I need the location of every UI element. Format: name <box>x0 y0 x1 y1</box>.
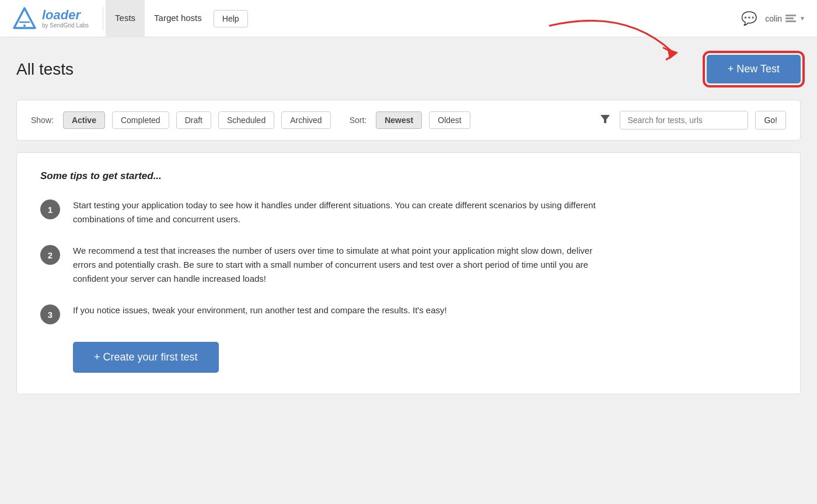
user-name: colin <box>765 14 782 23</box>
filter-archived[interactable]: Archived <box>281 111 330 129</box>
navbar-right: 💬 colin ▼ <box>741 11 805 26</box>
nav-items: Tests Target hosts Help <box>106 0 741 37</box>
navbar: loader by SendGrid Labs Tests Target hos… <box>0 0 817 37</box>
show-label: Show: <box>31 116 54 125</box>
page-header: All tests + New Test <box>16 55 801 83</box>
tips-title: Some tips to get started... <box>40 170 777 182</box>
user-info: colin ▼ <box>765 14 805 23</box>
tip-text-3: If you notice issues, tweak your environ… <box>73 303 447 317</box>
filter-scheduled[interactable]: Scheduled <box>218 111 274 129</box>
tip-number-2: 2 <box>40 245 60 265</box>
funnel-icon[interactable] <box>600 114 610 127</box>
filter-completed[interactable]: Completed <box>112 111 169 129</box>
bar-2 <box>785 18 794 19</box>
logo-icon <box>12 6 37 32</box>
user-bars <box>785 15 796 22</box>
dropdown-arrow-icon[interactable]: ▼ <box>799 15 805 22</box>
tip-text-1: Start testing your application today to … <box>73 198 598 226</box>
logo[interactable]: loader by SendGrid Labs <box>12 6 89 32</box>
sort-oldest[interactable]: Oldest <box>429 111 470 129</box>
new-test-button[interactable]: + New Test <box>707 55 801 83</box>
go-button[interactable]: Go! <box>755 111 786 130</box>
tip-number-1: 1 <box>40 200 60 219</box>
filter-active[interactable]: Active <box>63 111 105 129</box>
tip-text-2: We recommend a test that increases the n… <box>73 244 598 286</box>
sort-newest[interactable]: Newest <box>376 111 422 129</box>
filter-draft[interactable]: Draft <box>176 111 211 129</box>
svg-marker-4 <box>600 115 610 123</box>
tip-number-3: 3 <box>40 304 60 324</box>
main-content: All tests + New Test Show: Active Comple… <box>0 37 817 412</box>
logo-sub: by SendGrid Labs <box>42 22 89 29</box>
tips-card: Some tips to get started... 1 Start test… <box>16 152 801 394</box>
svg-marker-3 <box>664 48 678 61</box>
page-title: All tests <box>16 60 74 79</box>
chat-icon[interactable]: 💬 <box>741 11 757 26</box>
tip-item-2: 2 We recommend a test that increases the… <box>40 244 777 286</box>
search-input[interactable] <box>620 111 748 130</box>
bar-1 <box>785 15 796 16</box>
tip-item-3: 3 If you notice issues, tweak your envir… <box>40 303 777 324</box>
sort-label: Sort: <box>350 116 367 125</box>
nav-item-tests[interactable]: Tests <box>106 0 145 37</box>
nav-item-target-hosts[interactable]: Target hosts <box>145 0 211 37</box>
bar-3 <box>785 20 796 22</box>
logo-text: loader <box>42 8 89 22</box>
tip-item-1: 1 Start testing your application today t… <box>40 198 777 226</box>
create-first-test-button[interactable]: + Create your first test <box>73 342 219 373</box>
nav-divider <box>103 7 103 30</box>
funnel-svg <box>600 114 610 124</box>
filter-bar: Show: Active Completed Draft Scheduled A… <box>16 100 801 141</box>
nav-help-button[interactable]: Help <box>214 10 248 27</box>
svg-point-2 <box>23 24 26 27</box>
